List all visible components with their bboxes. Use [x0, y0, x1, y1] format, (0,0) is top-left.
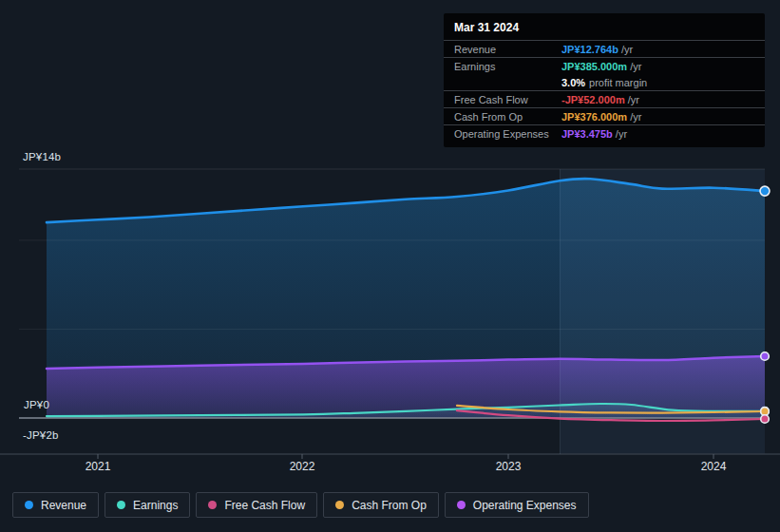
- tooltip-label: Cash From Op: [454, 111, 561, 123]
- endpoint-free_cash_flow[interactable]: [761, 415, 770, 424]
- tooltip-row-operating-expenses: Operating Expenses JP¥3.475b /yr: [444, 124, 765, 142]
- legend-label: Cash From Op: [352, 499, 427, 512]
- legend-label: Revenue: [41, 499, 86, 512]
- legend-label: Operating Expenses: [473, 499, 577, 512]
- legend-item-cash-from-op[interactable]: Cash From Op: [323, 492, 439, 518]
- earnings-revenue-history-chart[interactable]: JP¥14b JP¥0 -JP¥2b 2021 2022 2023 2024 M…: [0, 0, 780, 532]
- operating-expenses-dot-icon: [457, 501, 466, 509]
- cash-from-op-dot-icon: [335, 501, 344, 509]
- tooltip-value: JP¥385.000m: [561, 61, 627, 72]
- legend-item-revenue[interactable]: Revenue: [12, 492, 99, 518]
- legend-label: Free Cash Flow: [224, 499, 305, 512]
- page: { "y_axis": { "top_label": "JP¥14b", "ze…: [0, 0, 780, 532]
- profit-margin-value: 3.0%: [561, 77, 585, 88]
- tooltip-date: Mar 31 2024: [444, 13, 765, 40]
- tooltip-value: JP¥3.475b: [561, 128, 613, 140]
- y-axis-label-0: JP¥0: [24, 399, 49, 411]
- legend-item-earnings[interactable]: Earnings: [105, 492, 190, 518]
- tooltip-row-revenue: Revenue JP¥12.764b /yr: [444, 40, 765, 57]
- tooltip-label: Free Cash Flow: [454, 94, 561, 105]
- legend-item-operating-expenses[interactable]: Operating Expenses: [445, 492, 589, 518]
- y-axis-label-neg2b: -JP¥2b: [23, 429, 59, 442]
- tooltip-label: Earnings: [454, 61, 561, 72]
- tooltip-suffix: /yr: [630, 61, 641, 72]
- tooltip-label: Revenue: [454, 44, 561, 55]
- legend-label: Earnings: [133, 499, 178, 512]
- hover-tooltip: Mar 31 2024 Revenue JP¥12.764b /yr Earni…: [444, 13, 765, 147]
- tooltip-row-free-cash-flow: Free Cash Flow -JP¥52.000m /yr: [444, 90, 765, 107]
- x-axis-label-2022: 2022: [274, 460, 331, 473]
- endpoint-operating_expenses[interactable]: [761, 352, 770, 361]
- legend-item-free-cash-flow[interactable]: Free Cash Flow: [196, 492, 317, 518]
- revenue-dot-icon: [25, 501, 33, 509]
- chart-legend: Revenue Earnings Free Cash Flow Cash Fro…: [12, 492, 589, 518]
- tooltip-value: JP¥12.764b: [561, 44, 618, 55]
- earnings-dot-icon: [117, 501, 125, 509]
- endpoint-revenue[interactable]: [760, 186, 770, 196]
- tooltip-suffix: /yr: [621, 44, 633, 55]
- tooltip-profit-margin: 3.0% profit margin: [444, 74, 765, 90]
- tooltip-label: Operating Expenses: [454, 128, 561, 140]
- tooltip-row-cash-from-op: Cash From Op JP¥376.000m /yr: [444, 107, 765, 124]
- x-axis-label-2021: 2021: [69, 460, 126, 473]
- y-axis-label-14b: JP¥14b: [23, 151, 61, 163]
- profit-margin-text: profit margin: [589, 77, 647, 88]
- tooltip-suffix: /yr: [616, 128, 627, 140]
- tooltip-suffix: /yr: [630, 111, 641, 123]
- free-cash-flow-dot-icon: [208, 501, 217, 509]
- tooltip-value: -JP¥52.000m: [561, 94, 625, 105]
- tooltip-value: JP¥376.000m: [561, 111, 627, 123]
- x-axis-label-2023: 2023: [480, 460, 537, 473]
- tooltip-row-earnings: Earnings JP¥385.000m /yr: [444, 57, 765, 74]
- x-axis-label-2024: 2024: [685, 460, 742, 473]
- tooltip-suffix: /yr: [628, 94, 639, 105]
